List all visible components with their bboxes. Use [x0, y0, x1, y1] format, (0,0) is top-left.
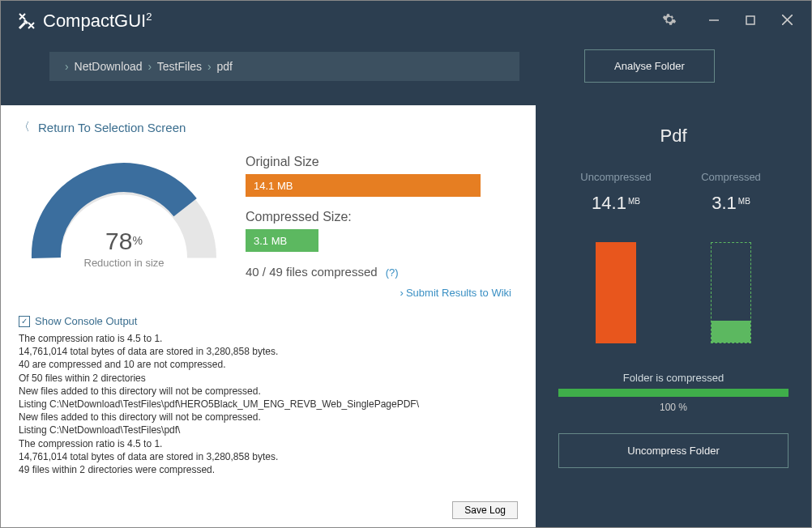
original-size-label: Original Size [246, 155, 518, 169]
uncompressed-value: 14.1 [592, 193, 626, 213]
console-output[interactable]: The compression ratio is 4.5 to 1.14,761… [19, 332, 518, 498]
breadcrumb-segment: NetDownload [75, 60, 143, 73]
breadcrumb-segment: pdf [217, 60, 233, 73]
compressed-value: 3.1 [712, 193, 737, 213]
save-row: Save Log [19, 498, 518, 519]
app-window: CompactGUI2 › NetDownload › TestFiles › [0, 0, 812, 528]
gauge-subtitle: Reduction in size [19, 257, 229, 269]
right-panel: Pdf Uncompressed 14.1MB Compressed 3.1MB [536, 105, 811, 527]
size-bar-chart [558, 230, 788, 343]
save-log-button[interactable]: Save Log [452, 501, 518, 519]
chevron-right-icon: › [65, 60, 69, 73]
svg-rect-2 [746, 16, 754, 24]
console-line: The compression ratio is 4.5 to 1. [19, 437, 518, 450]
titlebar: CompactGUI2 [1, 1, 811, 41]
gear-icon [662, 12, 677, 27]
size-column: Original Size 14.1 MB Compressed Size: 3… [246, 151, 518, 299]
compressed-label: Compressed [682, 171, 780, 183]
reduction-gauge: 78% Reduction in size [19, 151, 229, 299]
maximize-button[interactable] [742, 14, 759, 28]
chevron-right-icon: › [148, 60, 152, 73]
compressed-size-label: Compressed Size: [246, 210, 518, 224]
console-line: Listing C:\NetDownload\TestFiles\pdf\ [19, 424, 518, 436]
console-line: Of 50 files within 2 directories [19, 372, 518, 385]
console-line: New files added to this directory will n… [19, 411, 518, 424]
minimize-icon [709, 15, 719, 25]
gauge-unit: % [132, 234, 142, 247]
right-title: Pdf [558, 126, 788, 147]
close-button[interactable] [779, 14, 795, 28]
uncompressed-unit: MB [628, 197, 640, 206]
chevron-right-icon: › [400, 287, 404, 299]
console-line: Listing C:\NetDownload\TestFiles\pdf\HER… [19, 398, 518, 411]
minimize-button[interactable] [706, 14, 722, 28]
breadcrumb-segment: TestFiles [157, 60, 202, 73]
app-icon [17, 11, 36, 31]
maximize-icon [746, 15, 755, 25]
gauge-value: 78 [105, 228, 132, 254]
analyse-folder-button[interactable]: Analyse Folder [584, 49, 715, 83]
metrics-row: 78% Reduction in size Original Size 14.1… [19, 151, 518, 299]
window-controls [661, 12, 803, 30]
uncompressed-column: Uncompressed 14.1MB [567, 171, 665, 214]
breadcrumb[interactable]: › NetDownload › TestFiles › pdf [49, 52, 519, 81]
right-columns: Uncompressed 14.1MB Compressed 3.1MB [558, 171, 788, 214]
settings-button[interactable] [661, 12, 677, 30]
left-panel: 〈 Return To Selection Screen 78% Reducti… [1, 105, 536, 527]
submit-results-link[interactable]: ›Submit Results to Wiki [246, 287, 518, 299]
uncompressed-label: Uncompressed [567, 171, 665, 183]
progress-bar [558, 389, 788, 397]
show-console-label: Show Console Output [35, 315, 137, 327]
app-logo: CompactGUI2 [17, 11, 152, 32]
console-line: 49 files within 2 directories were compr… [19, 463, 518, 476]
chevron-left-icon: 〈 [19, 120, 30, 134]
show-console-checkbox[interactable]: ✓ Show Console Output [19, 315, 518, 327]
return-link[interactable]: 〈 Return To Selection Screen [19, 120, 518, 134]
checkbox-checked-icon: ✓ [19, 316, 30, 327]
files-compressed-line: 40 / 49 files compressed (?) [246, 265, 518, 279]
close-icon [782, 15, 793, 25]
return-label: Return To Selection Screen [38, 121, 186, 134]
help-icon[interactable]: (?) [386, 266, 399, 279]
progress-percent: 100 % [558, 402, 788, 413]
path-bar: › NetDownload › TestFiles › pdf Analyse … [1, 41, 811, 105]
uncompress-folder-button[interactable]: Uncompress Folder [558, 433, 788, 468]
compressed-column: Compressed 3.1MB [682, 171, 780, 214]
compression-status: Folder is compressed [558, 372, 788, 384]
main-body: 〈 Return To Selection Screen 78% Reducti… [1, 105, 811, 527]
compressed-size-bar: 3.1 MB [246, 229, 318, 252]
original-size-bar: 14.1 MB [246, 174, 481, 197]
console-line: The compression ratio is 4.5 to 1. [19, 332, 518, 345]
compressed-unit: MB [738, 197, 750, 206]
compressed-bar [711, 242, 751, 343]
console-line: 14,761,014 total bytes of data are store… [19, 450, 518, 463]
chevron-right-icon: › [207, 60, 212, 73]
console-line: 40 are compressed and 10 are not compres… [19, 358, 518, 371]
gauge-text: 78% Reduction in size [19, 228, 229, 269]
console-line: New files added to this directory will n… [19, 385, 518, 398]
console-line: 14,761,014 total bytes of data are store… [19, 345, 518, 358]
uncompressed-bar [596, 242, 636, 343]
app-title: CompactGUI2 [43, 11, 152, 32]
